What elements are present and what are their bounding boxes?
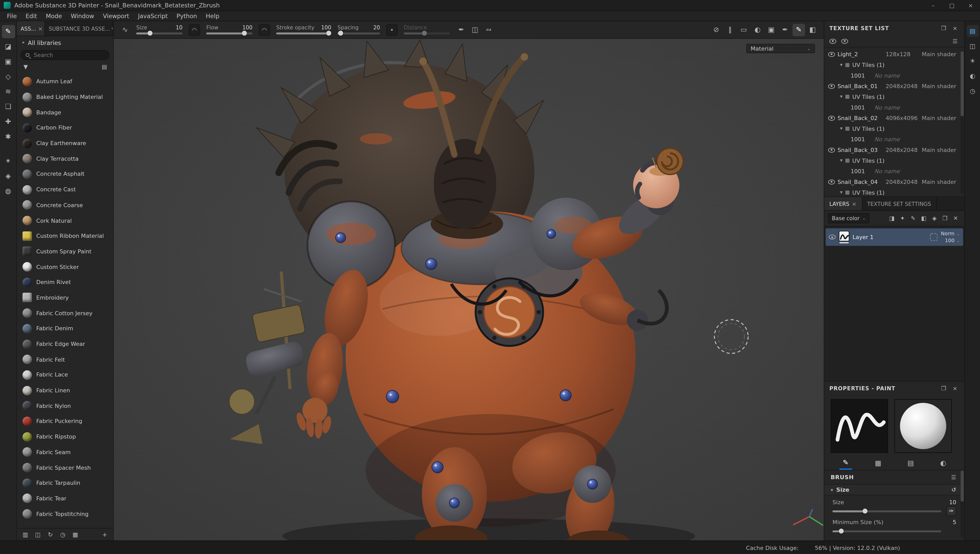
filter-icon[interactable]: ▼	[21, 62, 30, 71]
brush-sphere-preview[interactable]	[894, 399, 952, 453]
solo-eye-icon[interactable]	[841, 38, 848, 44]
projection-tool[interactable]: ▣	[2, 55, 14, 68]
scroll-thumb[interactable]	[961, 471, 964, 501]
material-item-fabric-lace[interactable]: Fabric Lace	[17, 367, 113, 383]
shader-assignment[interactable]: Main shader	[922, 179, 956, 185]
collapse-icon[interactable]: ▾	[840, 94, 842, 99]
viewport-layout-icon[interactable]: ▭	[738, 24, 750, 36]
material-item-clay-terracotta[interactable]: Clay Terracotta	[17, 151, 113, 166]
visibility-eye-icon[interactable]	[828, 147, 835, 152]
slider-knob[interactable]	[242, 31, 247, 36]
minimize-button[interactable]: –	[924, 0, 942, 11]
undock-panel-icon[interactable]: ❐	[939, 24, 948, 32]
slider-knob[interactable]	[422, 31, 427, 36]
assets-tab[interactable]: ASS... ×	[17, 21, 45, 35]
brush-tab[interactable]: ✎	[839, 457, 852, 469]
material-item-fabric-puckering[interactable]: Fabric Puckering	[17, 414, 113, 429]
view-options-icon[interactable]: ▤	[100, 62, 109, 71]
shader-assignment[interactable]: Main shader	[922, 83, 956, 89]
collapse-icon[interactable]: ▾	[840, 190, 842, 195]
material-item-custom-sticker[interactable]: Custom Sticker	[17, 259, 113, 274]
properties-panel-icon[interactable]: ◫	[966, 40, 978, 52]
history-icon[interactable]: ◷	[57, 529, 68, 540]
stroke-opacity-slider[interactable]	[276, 32, 331, 34]
material-item-autumn-leaf[interactable]: Autumn Leaf	[17, 74, 113, 89]
material-item-fabric-felt[interactable]: Fabric Felt	[17, 352, 113, 367]
falloff-curve-button[interactable]: ◠	[189, 24, 200, 35]
layer-visibility-icon[interactable]	[829, 235, 835, 239]
material-item-embroidery[interactable]: Embroidery	[17, 290, 113, 305]
distance-slider[interactable]	[404, 32, 450, 34]
lazy-mouse-icon[interactable]: ∾	[483, 24, 495, 36]
menu-viewport[interactable]: Viewport	[99, 13, 134, 19]
add-effect-icon[interactable]: ✦	[897, 213, 907, 223]
symmetry-icon[interactable]: ◫	[469, 24, 481, 36]
uv-tiles-row[interactable]: ▾▦UV Tiles (1)	[824, 155, 960, 166]
clone-tool[interactable]: ❏	[2, 100, 14, 113]
material-item-fabric-edge-wear[interactable]: Fabric Edge Wear	[17, 336, 113, 352]
texture-set-settings-tab[interactable]: TEXTURE SET SETTINGS	[862, 197, 937, 210]
layers-tab[interactable]: LAYERS ×	[824, 197, 862, 210]
falloff-curve-button[interactable]: ◠	[259, 24, 270, 35]
material-item-fabric-cotton-jersey[interactable]: Fabric Cotton Jersey	[17, 305, 113, 321]
material-item-concrete-coarse[interactable]: Concrete Coarse	[17, 198, 113, 213]
collapse-icon[interactable]: ▾	[840, 158, 842, 163]
collapse-icon[interactable]: ▾	[840, 126, 842, 131]
pen-pressure-toggle[interactable]: ✑	[946, 506, 956, 516]
refresh-icon[interactable]: ↻	[45, 529, 56, 540]
add-fill-layer-icon[interactable]: ◧	[919, 213, 929, 223]
pen-pressure-icon[interactable]: ✒	[455, 24, 468, 36]
pause-engine-icon[interactable]: ∥	[724, 24, 736, 36]
bake-tool[interactable]: ◍	[2, 184, 14, 198]
show-all-eye-icon[interactable]	[829, 38, 836, 44]
material-item-fabric-linen[interactable]: Fabric Linen	[17, 383, 113, 398]
slider-knob[interactable]	[862, 509, 868, 514]
material-picker-tool[interactable]: ✚	[2, 115, 14, 128]
brush-stroke-preview[interactable]	[831, 399, 888, 453]
assets-panel-icon[interactable]: ▤	[966, 25, 978, 37]
material-item-clay-earthenware[interactable]: Clay Earthenware	[17, 136, 113, 151]
uv-tile-row[interactable]: 1001No name	[824, 102, 960, 113]
size-slider[interactable]	[832, 510, 941, 512]
maximize-button[interactable]: ▢	[942, 0, 961, 11]
uv-tiles-row[interactable]: ▾▦UV Tiles (1)	[824, 91, 960, 102]
material-mode-dropdown[interactable]: Material ⌄	[746, 44, 815, 53]
slider-knob[interactable]	[339, 31, 344, 36]
texture-set-light-2[interactable]: Light_2128x128Main shader	[824, 49, 960, 59]
layer-opacity-dropdown[interactable]: 100 ⌄	[945, 238, 960, 243]
stroke-shape-icon[interactable]: ∿	[119, 24, 131, 36]
delete-layer-icon[interactable]: ✕	[951, 213, 961, 223]
undock-panel-icon[interactable]: ❐	[939, 384, 948, 393]
size-group-header[interactable]: ▾ Size ↺	[824, 484, 964, 495]
menu-javascript[interactable]: JavaScript	[134, 13, 172, 19]
material-item-cork-natural[interactable]: Cork Natural	[17, 213, 113, 228]
eraser-tool[interactable]: ◪	[2, 40, 14, 53]
particles-tool[interactable]: ✱	[2, 130, 14, 143]
material-item-fabric-topstitching[interactable]: Fabric Topstitching	[17, 506, 113, 522]
display-settings-icon[interactable]: ☀	[966, 55, 978, 67]
channel-dropdown[interactable]: Base color ⌄	[828, 213, 870, 223]
uv-tile-row[interactable]: 1001No name	[824, 134, 960, 145]
shader-assignment[interactable]: Main shader	[922, 147, 956, 153]
layer-row[interactable]: Layer 1 Norm ⌄ 100 ⌄	[826, 228, 963, 246]
grid-view-icon[interactable]: ▦	[70, 529, 81, 540]
material-item-fabric-ripstop[interactable]: Fabric Ripstop	[17, 429, 113, 444]
texture-set-menu-icon[interactable]: ☰	[951, 37, 959, 45]
shader-settings-icon[interactable]: ◐	[966, 70, 978, 82]
material-item-carbon-fiber[interactable]: Carbon Fiber	[17, 120, 113, 136]
reset-icon[interactable]: ↺	[950, 485, 958, 494]
stencil-tab[interactable]: ▤	[904, 457, 917, 469]
close-tab-icon[interactable]: ×	[38, 25, 43, 32]
close-panel-icon[interactable]: ×	[951, 24, 959, 32]
shader-assignment[interactable]: Main shader	[922, 115, 956, 121]
scroll-thumb[interactable]	[961, 51, 964, 116]
slider-knob[interactable]	[326, 31, 331, 36]
search-input[interactable]	[32, 51, 104, 59]
paint-tool[interactable]: ✎	[2, 25, 14, 38]
material-item-concrete-cast[interactable]: Concrete Cast	[17, 182, 113, 197]
library-icon[interactable]: ▥	[20, 529, 30, 540]
add-smart-material-icon[interactable]: ◈	[929, 213, 939, 223]
menu-file[interactable]: File	[3, 13, 21, 19]
min-size-slider[interactable]	[832, 530, 941, 532]
all-libraries-dropdown[interactable]: ▸ All libraries	[17, 36, 113, 49]
